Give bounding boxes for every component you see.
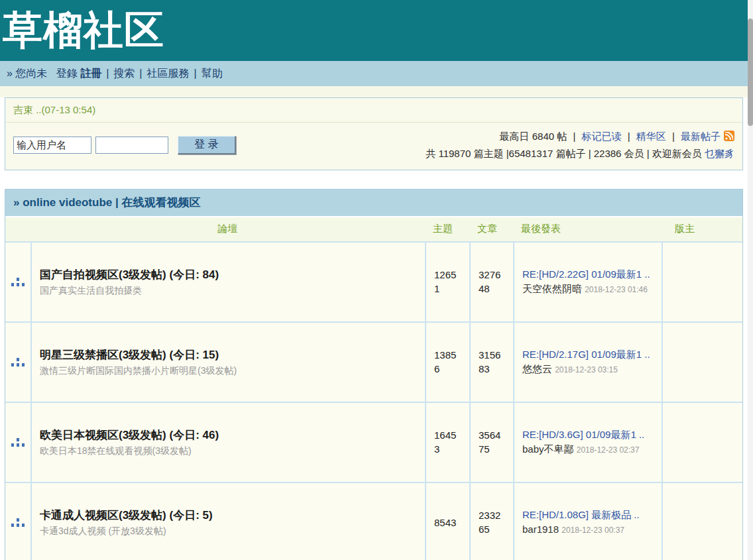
forum-table: 論壇 主題 文章 最後發表 版主 国产自拍视频区(3级发帖) (今日: 84) … bbox=[5, 217, 742, 560]
stats-separator: | bbox=[573, 131, 575, 142]
last-post-link[interactable]: RE:[HD/1.08G] 最新极品 .. bbox=[522, 509, 640, 520]
posts-count-cell: 315683 bbox=[469, 321, 513, 402]
column-header-forum: 論壇 bbox=[30, 217, 425, 241]
topics-count-cell: 16453 bbox=[425, 402, 469, 482]
posts-count-cell: 356475 bbox=[469, 402, 513, 482]
stats-totals: 共 119870 篇主题 |65481317 篇帖子 | 22386 会员 | … bbox=[426, 148, 702, 159]
site-banner: 草榴社区 bbox=[0, 0, 748, 61]
stats-separator: | bbox=[628, 131, 630, 142]
last-post-user[interactable]: 天空依然阴暗 bbox=[522, 283, 582, 294]
nav-separator: | bbox=[194, 68, 196, 80]
nav-services-link[interactable]: 社區服務 bbox=[146, 67, 189, 81]
rss-icon[interactable] bbox=[724, 131, 734, 141]
stats-max-daily: 最高日 6840 帖 bbox=[500, 131, 567, 142]
forum-status-icon bbox=[5, 321, 30, 402]
section-gap bbox=[0, 170, 748, 189]
column-header-topics: 主題 bbox=[425, 217, 469, 241]
posts-count-cell: 233265 bbox=[469, 482, 513, 560]
nav-bar: » 您尚未 登錄 註冊 | 搜索 | 社區服務 | 幫助 bbox=[0, 61, 748, 86]
login-button[interactable]: 登 录 bbox=[178, 136, 236, 154]
topics-count-cell: 13856 bbox=[425, 321, 469, 402]
nav-separator: | bbox=[139, 68, 142, 80]
forum-status-icon bbox=[5, 482, 30, 560]
last-post-cell: RE:[HD/2.17G] 01/09最新1 .. 悠悠云 2018-12-23… bbox=[513, 321, 662, 402]
column-header-lastpost: 最後發表 bbox=[513, 217, 662, 241]
nav-search-link[interactable]: 搜索 bbox=[113, 67, 135, 81]
last-post-cell: RE:[HD/2.22G] 01/09最新1 .. 天空依然阴暗 2018-12… bbox=[513, 241, 662, 321]
scrollbar-track[interactable] bbox=[748, 0, 753, 560]
stats-line-1: 最高日 6840 帖 | 标记已读 | 精华区 | 最新帖子 bbox=[426, 128, 734, 145]
topics-count-cell: 12651 bbox=[425, 241, 469, 321]
posts-count: 233265 bbox=[479, 508, 505, 536]
scrollbar-thumb[interactable] bbox=[748, 19, 753, 126]
login-stats-row: 登 录 最高日 6840 帖 | 标记已读 | 精华区 | 最新帖子 共 119… bbox=[5, 123, 742, 170]
nav-register-link[interactable]: 註冊 bbox=[80, 67, 101, 81]
announcement-link[interactable]: 吉束 ..(07-13 0:54) bbox=[5, 98, 742, 123]
nav-not-logged-in: 您尚未 bbox=[15, 67, 47, 81]
topics-count: 16453 bbox=[434, 428, 461, 456]
spacer-strip bbox=[0, 86, 748, 97]
posts-count: 327648 bbox=[479, 268, 505, 296]
table-row-forum: 国产自拍视频区(3级发帖) (今日: 84) 国产真实生活自我拍摄类 bbox=[30, 241, 425, 321]
table-row-forum: 明星三级禁播区(3级发帖) (今日: 15) 激情三级片断国际国内禁播小片断明星… bbox=[30, 321, 425, 402]
forum-stats: 最高日 6840 帖 | 标记已读 | 精华区 | 最新帖子 共 119870 … bbox=[426, 128, 734, 163]
stats-separator: | bbox=[672, 131, 675, 142]
last-post-link[interactable]: RE:[HD/2.17G] 01/09最新1 .. bbox=[522, 349, 650, 360]
table-row-forum: 欧美日本视频区(3级发帖) (今日: 46) 欧美日本18禁在线观看视频(3级发… bbox=[30, 402, 425, 482]
last-post-time: 2018-12-23 03:15 bbox=[555, 365, 618, 374]
section-title-link[interactable]: » online videotube | 在线观看视频区 bbox=[5, 190, 742, 217]
last-post-user[interactable]: baby不卑鄙 bbox=[522, 443, 574, 455]
stats-line-2: 共 119870 篇主题 |65481317 篇帖子 | 22386 会员 | … bbox=[426, 145, 734, 162]
forum-title-link[interactable]: 国产自拍视频区(3级发帖) (今日: 84) bbox=[40, 267, 425, 282]
last-post-time: 2018-12-23 01:46 bbox=[585, 285, 648, 294]
forum-section: » online videotube | 在线观看视频区 論壇 主題 文章 最後… bbox=[5, 189, 743, 560]
password-input[interactable] bbox=[95, 137, 168, 154]
last-post-time: 2018-12-23 00:37 bbox=[561, 526, 624, 535]
nav-help-link[interactable]: 幫助 bbox=[202, 67, 223, 81]
forum-status-icon bbox=[5, 402, 30, 482]
posts-count: 315683 bbox=[479, 348, 505, 376]
site-logo[interactable]: 草榴社区 bbox=[0, 0, 164, 61]
mark-read-link[interactable]: 标记已读 bbox=[582, 131, 622, 142]
nav-login-link[interactable]: 登錄 bbox=[56, 67, 78, 81]
forum-page: 草榴社区 » 您尚未 登錄 註冊 | 搜索 | 社區服務 | 幫助 吉束 ..(… bbox=[0, 0, 753, 560]
last-post-link[interactable]: RE:[HD/2.22G] 01/09最新1 .. bbox=[522, 268, 650, 280]
last-post-cell: RE:[HD/1.08G] 最新极品 .. bar1918 2018-12-23… bbox=[513, 482, 662, 560]
username-input[interactable] bbox=[13, 137, 91, 154]
column-header-icon bbox=[5, 217, 30, 241]
forum-status-icon bbox=[5, 241, 30, 321]
topics-count: 8543 bbox=[434, 516, 461, 530]
posts-count-cell: 327648 bbox=[469, 241, 513, 321]
table-row-forum: 卡通成人视频区(3级发帖) (今日: 5) 卡通3d成人视频 (开放3级发帖) bbox=[30, 482, 425, 560]
last-post-cell: RE:[HD/3.6G] 01/09最新1 .. baby不卑鄙 2018-12… bbox=[513, 402, 662, 482]
topics-count: 12651 bbox=[434, 268, 461, 296]
forum-description: 卡通3d成人视频 (开放3级发帖) bbox=[40, 526, 425, 537]
forum-title-link[interactable]: 卡通成人视频区(3级发帖) (今日: 5) bbox=[40, 508, 425, 523]
moderator-cell bbox=[662, 241, 742, 321]
forum-description: 欧美日本18禁在线观看视频(3级发帖) bbox=[40, 445, 425, 457]
announcement-login-panel: 吉束 ..(07-13 0:54) 登 录 最高日 6840 帖 | 标记已读 … bbox=[5, 97, 743, 170]
last-post-user[interactable]: 悠悠云 bbox=[522, 363, 552, 374]
last-post-user[interactable]: bar1918 bbox=[522, 524, 559, 535]
topics-count: 13856 bbox=[434, 348, 461, 376]
moderator-cell bbox=[662, 482, 742, 560]
forum-title-link[interactable]: 明星三级禁播区(3级发帖) (今日: 15) bbox=[40, 347, 425, 363]
column-header-posts: 文章 bbox=[469, 217, 513, 241]
column-header-moderator: 版主 bbox=[662, 217, 742, 241]
newest-member-link[interactable]: 乜獬豸 bbox=[705, 148, 734, 159]
posts-count: 356475 bbox=[479, 428, 505, 456]
last-post-link[interactable]: RE:[HD/3.6G] 01/09最新1 .. bbox=[522, 429, 644, 440]
login-form: 登 录 bbox=[13, 136, 236, 154]
digest-link[interactable]: 精华区 bbox=[636, 131, 666, 142]
moderator-cell bbox=[662, 321, 742, 402]
forum-title-link[interactable]: 欧美日本视频区(3级发帖) (今日: 46) bbox=[40, 427, 425, 443]
nav-chevron: » bbox=[7, 68, 13, 80]
moderator-cell bbox=[662, 402, 742, 482]
topics-count-cell: 8543 bbox=[425, 482, 469, 560]
latest-posts-link[interactable]: 最新帖子 bbox=[681, 131, 721, 142]
last-post-time: 2018-12-23 02:37 bbox=[577, 445, 640, 455]
nav-separator: | bbox=[106, 68, 109, 80]
forum-description: 国产真实生活自我拍摄类 bbox=[40, 285, 425, 297]
forum-description: 激情三级片断国际国内禁播小片断明星(3级发帖) bbox=[40, 365, 425, 377]
